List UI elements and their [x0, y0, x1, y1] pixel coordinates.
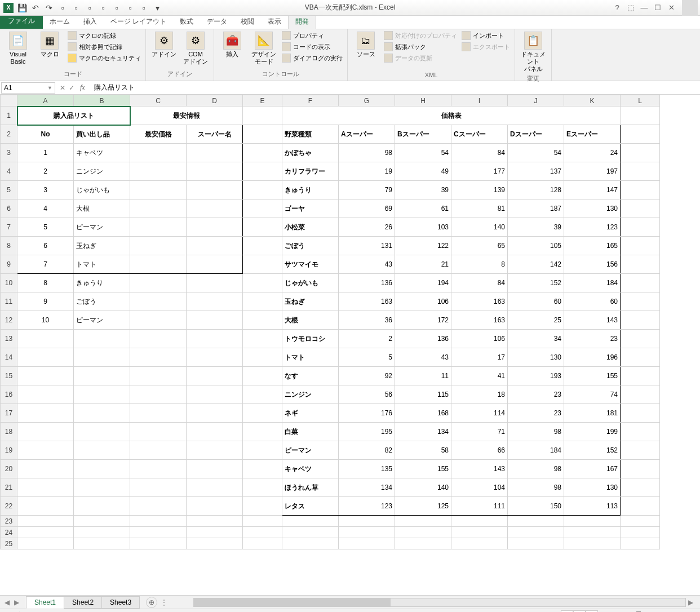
- cell-F3[interactable]: かぼちゃ: [282, 144, 339, 162]
- cell-C9[interactable]: [130, 255, 187, 274]
- cell-E24[interactable]: [243, 527, 282, 538]
- cell-B11[interactable]: ごぼう: [74, 292, 130, 311]
- cell-F14[interactable]: トマト: [282, 348, 339, 367]
- enter-icon[interactable]: ✓: [69, 84, 74, 92]
- worksheet-grid[interactable]: ABCDEFGHIJKL1購入品リスト最安情報価格表2No買い出し品最安価格スー…: [0, 95, 700, 595]
- cell-D15[interactable]: [187, 367, 243, 385]
- row-header-10[interactable]: 10: [1, 274, 17, 292]
- cell-H21[interactable]: 140: [395, 478, 451, 497]
- row-header-17[interactable]: 17: [1, 404, 17, 423]
- cell-K11[interactable]: 60: [564, 292, 621, 311]
- cell-J22[interactable]: 150: [508, 497, 564, 516]
- row-header-11[interactable]: 11: [1, 292, 17, 311]
- cell-C12[interactable]: [130, 311, 187, 330]
- cell-D13[interactable]: [187, 330, 243, 348]
- cell-H8[interactable]: 122: [395, 237, 451, 255]
- sheet-nav-right-icon[interactable]: ▶: [14, 598, 19, 606]
- cell-B6[interactable]: 大根: [74, 199, 130, 218]
- cancel-icon[interactable]: ✕: [60, 84, 65, 92]
- cell-H17[interactable]: 168: [395, 404, 451, 423]
- cell-C18[interactable]: [130, 423, 187, 441]
- select-all-corner[interactable]: [1, 95, 17, 107]
- cell-K4[interactable]: 197: [564, 162, 621, 181]
- cell-G2[interactable]: Aスーパー: [339, 125, 395, 144]
- cell-D16[interactable]: [187, 385, 243, 404]
- cell-A24[interactable]: [17, 527, 74, 538]
- formula-input[interactable]: [91, 82, 700, 94]
- row-header-6[interactable]: 6: [1, 199, 17, 218]
- row-header-23[interactable]: 23: [1, 516, 17, 527]
- cell-I11[interactable]: 163: [451, 292, 508, 311]
- cell-L4[interactable]: [621, 162, 660, 181]
- cell-L20[interactable]: [621, 460, 660, 478]
- cell-E6[interactable]: [243, 199, 282, 218]
- qat-icon[interactable]: ▫: [138, 2, 150, 14]
- cell-G21[interactable]: 134: [339, 478, 395, 497]
- cell-I17[interactable]: 114: [451, 404, 508, 423]
- cell-F5[interactable]: きゅうり: [282, 181, 339, 199]
- minimize-icon[interactable]: —: [638, 2, 650, 14]
- qat-icon[interactable]: ▫: [124, 2, 136, 14]
- cell-A4[interactable]: 2: [17, 162, 74, 181]
- cell-E11[interactable]: [243, 292, 282, 311]
- cell-K6[interactable]: 130: [564, 199, 621, 218]
- cell-H4[interactable]: 49: [395, 162, 451, 181]
- cell-E13[interactable]: [243, 330, 282, 348]
- cell-D18[interactable]: [187, 423, 243, 441]
- cell-J12[interactable]: 25: [508, 311, 564, 330]
- cell-A18[interactable]: [17, 423, 74, 441]
- cell-G10[interactable]: 136: [339, 274, 395, 292]
- cell-I10[interactable]: 84: [451, 274, 508, 292]
- cell-K18[interactable]: 199: [564, 423, 621, 441]
- cell-H24[interactable]: [395, 527, 451, 538]
- cell-F1[interactable]: 価格表: [282, 107, 621, 125]
- cell-J24[interactable]: [508, 527, 564, 538]
- macros-button[interactable]: ▦マクロ: [35, 30, 64, 59]
- tab-file[interactable]: ファイル: [0, 14, 43, 29]
- cell-H13[interactable]: 136: [395, 330, 451, 348]
- cell-G7[interactable]: 26: [339, 218, 395, 237]
- cell-A7[interactable]: 5: [17, 218, 74, 237]
- cell-D17[interactable]: [187, 404, 243, 423]
- cell-L8[interactable]: [621, 237, 660, 255]
- cell-G15[interactable]: 92: [339, 367, 395, 385]
- cell-I24[interactable]: [451, 527, 508, 538]
- cell-L16[interactable]: [621, 385, 660, 404]
- cell-C8[interactable]: [130, 237, 187, 255]
- cell-F10[interactable]: じゃがいも: [282, 274, 339, 292]
- cell-H5[interactable]: 39: [395, 181, 451, 199]
- cell-A23[interactable]: [17, 516, 74, 527]
- cell-I21[interactable]: 104: [451, 478, 508, 497]
- scroll-right-icon[interactable]: ▶: [686, 598, 695, 606]
- cell-A15[interactable]: [17, 367, 74, 385]
- cell-B14[interactable]: [74, 348, 130, 367]
- cell-C5[interactable]: [130, 181, 187, 199]
- record-macro-button[interactable]: マクロの記録: [67, 30, 142, 41]
- cell-B9[interactable]: トマト: [74, 255, 130, 274]
- cell-J20[interactable]: 98: [508, 460, 564, 478]
- cell-E9[interactable]: [243, 255, 282, 274]
- cell-B23[interactable]: [74, 516, 130, 527]
- cell-J21[interactable]: 98: [508, 478, 564, 497]
- cell-I16[interactable]: 18: [451, 385, 508, 404]
- cell-D2[interactable]: スーパー名: [187, 125, 243, 144]
- cell-G9[interactable]: 43: [339, 255, 395, 274]
- cell-E20[interactable]: [243, 460, 282, 478]
- cell-A12[interactable]: 10: [17, 311, 74, 330]
- cell-J6[interactable]: 187: [508, 199, 564, 218]
- cell-L22[interactable]: [621, 497, 660, 516]
- cell-G6[interactable]: 69: [339, 199, 395, 218]
- cell-J3[interactable]: 54: [508, 144, 564, 162]
- refresh-data-button[interactable]: データの更新: [383, 53, 458, 63]
- cell-G14[interactable]: 5: [339, 348, 395, 367]
- cell-G19[interactable]: 82: [339, 441, 395, 460]
- cell-B21[interactable]: [74, 478, 130, 497]
- chevron-down-icon[interactable]: ▼: [47, 85, 52, 91]
- excel-app-icon[interactable]: X: [2, 2, 15, 14]
- cell-K14[interactable]: 196: [564, 348, 621, 367]
- cell-K2[interactable]: Eスーパー: [564, 125, 621, 144]
- cell-G22[interactable]: 123: [339, 497, 395, 516]
- cell-L1[interactable]: [621, 107, 660, 125]
- close-icon[interactable]: ✕: [665, 2, 677, 14]
- xml-source-button[interactable]: 🗂ソース: [351, 30, 380, 59]
